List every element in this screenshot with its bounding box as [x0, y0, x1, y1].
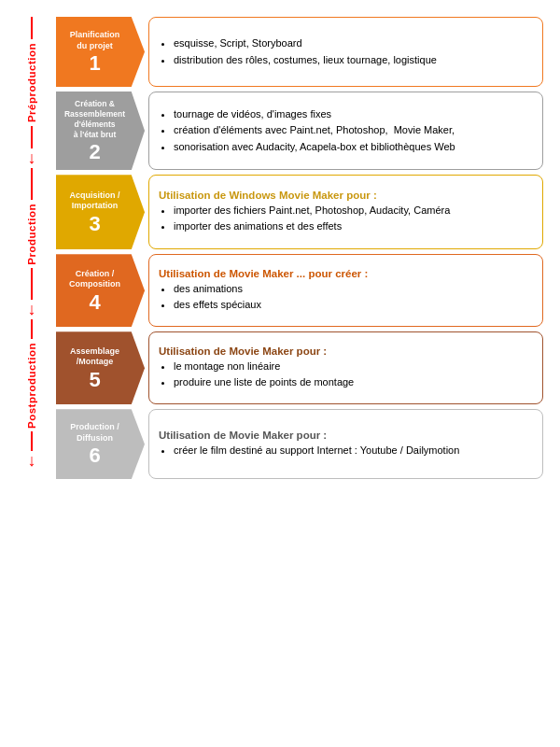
step-5-name: Assemblage/Montage: [70, 346, 119, 368]
step-5-content: Utilisation de Movie Maker pour : le mon…: [148, 331, 543, 404]
step-3-bullets: importer des fichiers Paint.net, Photosh…: [159, 203, 533, 235]
step-1-label: Planificationdu projet 1: [56, 17, 145, 87]
step-5-label: Assemblage/Montage 5: [56, 331, 145, 404]
step-2-label: Création &Rassemblementd'élémentsà l'éta…: [56, 92, 145, 170]
step-6-bullet-1: créer le film destiné au support Interne…: [174, 443, 533, 459]
preproduction-label: Préproduction: [26, 43, 37, 122]
step-6-label: Production /Diffusion 6: [56, 409, 145, 479]
step-4-content: Utilisation de Movie Maker ... pour crée…: [148, 254, 543, 327]
step-3-title: Utilisation de Windows Movie Maker pour …: [159, 190, 533, 201]
production-arrow: ↓: [26, 300, 37, 319]
production-block: Production ↓: [7, 168, 56, 319]
step-2-bullets: tournage de vidéos, d'images fixes créat…: [159, 106, 533, 156]
step-1-bullet-1: esquisse, Script, Storyboard: [174, 35, 533, 52]
step-3-bullet-2: importer des animations et des effets: [174, 218, 533, 235]
step-2-name: Création &Rassemblementd'élémentsà l'éta…: [64, 99, 125, 140]
step-2-bullet-2: création d'éléments avec Paint.net, Phot…: [174, 122, 533, 139]
steps-container: Planificationdu projet 1 esquisse, Scrip…: [56, 17, 543, 479]
step-6-number: 6: [89, 445, 100, 466]
preproduction-block: Préproduction ↓: [7, 17, 56, 168]
step-3-content: Utilisation de Windows Movie Maker pour …: [148, 175, 543, 249]
step-5-bullet-1: le montage non linéaire: [174, 359, 533, 375]
postproduction-arrow: ↓: [26, 451, 37, 471]
step-2-bullet-3: sonorisation avec Audacity, Acapela-box …: [174, 139, 533, 156]
page-container: Préproduction ↓ Production ↓ Postp: [0, 9, 551, 486]
step-4-bullet-2: des effets spéciaux: [174, 297, 533, 314]
production-label: Production: [26, 204, 37, 265]
left-annotations: Préproduction ↓ Production ↓ Postp: [7, 17, 56, 479]
step-5-row: Assemblage/Montage 5 Utilisation de Movi…: [56, 331, 543, 404]
step-1-name: Planificationdu projet: [70, 30, 120, 51]
step-2-content: tournage de vidéos, d'images fixes créat…: [148, 92, 543, 170]
step-5-bullet-2: produire une liste de points de montage: [174, 374, 533, 391]
step-3-bullet-1: importer des fichiers Paint.net, Photosh…: [174, 203, 533, 219]
step-6-title: Utilisation de Movie Maker pour :: [159, 430, 533, 441]
step-4-name: Création /Composition: [69, 269, 120, 290]
step-4-number: 4: [89, 292, 100, 313]
step-5-number: 5: [89, 370, 100, 390]
preproduction-arrow: ↓: [26, 148, 37, 168]
step-4-row: Création /Composition 4 Utilisation de M…: [56, 254, 543, 327]
step-1-bullets: esquisse, Script, Storyboard distributio…: [159, 35, 533, 68]
step-6-row: Production /Diffusion 6 Utilisation de M…: [56, 409, 543, 479]
step-3-row: Acquisition /Importation 3 Utilisation d…: [56, 175, 543, 249]
step-4-bullet-1: des animations: [174, 281, 533, 298]
step-3-name: Acquisition /Importation: [70, 190, 120, 212]
step-2-row: Création &Rassemblementd'élémentsà l'éta…: [56, 92, 543, 170]
step-4-title: Utilisation de Movie Maker ... pour crée…: [159, 268, 533, 279]
step-6-bullets: créer le film destiné au support Interne…: [159, 443, 533, 459]
step-4-bullets: des animations des effets spéciaux: [159, 281, 533, 314]
step-6-name: Production /Diffusion: [70, 422, 119, 444]
step-1-bullet-2: distribution des rôles, costumes, lieux …: [174, 52, 533, 69]
step-3-number: 3: [89, 214, 100, 234]
postproduction-block: Postproduction ↓: [7, 319, 56, 471]
step-1-content: esquisse, Script, Storyboard distributio…: [148, 17, 543, 87]
step-5-title: Utilisation de Movie Maker pour :: [159, 345, 533, 357]
step-1-row: Planificationdu projet 1 esquisse, Scrip…: [56, 17, 543, 87]
step-6-content: Utilisation de Movie Maker pour : créer …: [148, 409, 543, 479]
step-2-number: 2: [89, 142, 100, 162]
step-3-label: Acquisition /Importation 3: [56, 175, 145, 249]
step-2-bullet-1: tournage de vidéos, d'images fixes: [174, 106, 533, 123]
step-4-label: Création /Composition 4: [56, 254, 145, 327]
postproduction-label: Postproduction: [26, 343, 37, 429]
step-1-number: 1: [89, 53, 100, 74]
step-5-bullets: le montage non linéaire produire une lis…: [159, 359, 533, 391]
